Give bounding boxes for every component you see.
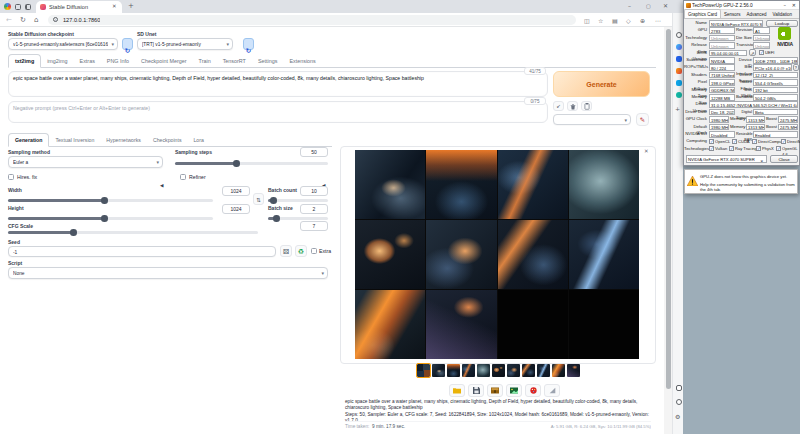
workspaces-icon[interactable] bbox=[15, 4, 21, 10]
site-info-icon[interactable]: i bbox=[53, 17, 58, 22]
hires-expand-icon[interactable] bbox=[160, 173, 163, 191]
browser-menu-icon[interactable]: ⋯ bbox=[655, 17, 661, 24]
subtab-hypernetworks[interactable]: Hypernetworks bbox=[100, 134, 147, 146]
gallery-close-icon[interactable]: ✕ bbox=[644, 148, 649, 154]
tab-settings[interactable]: Settings bbox=[252, 55, 283, 67]
scrollbar-thumb[interactable] bbox=[666, 29, 671, 389]
gallery-tile[interactable] bbox=[498, 150, 568, 219]
tab-extensions[interactable]: Extensions bbox=[283, 55, 321, 67]
gpuz-minimize-icon[interactable]: – bbox=[784, 2, 787, 8]
gpuz-close-button[interactable]: Close bbox=[770, 155, 798, 163]
negative-prompt-input[interactable]: Negative prompt (press Ctrl+Enter or Alt… bbox=[8, 101, 548, 123]
sidebar-drop-icon[interactable] bbox=[676, 92, 682, 98]
seed-extra-checkbox[interactable] bbox=[311, 248, 317, 254]
sampling-steps-input[interactable]: 50 bbox=[300, 147, 328, 157]
split-screen-icon[interactable]: ◫ bbox=[584, 17, 590, 24]
collections-icon[interactable]: ▤ bbox=[612, 17, 618, 24]
gallery-tile[interactable] bbox=[498, 290, 568, 359]
width-input[interactable]: 1024 bbox=[222, 186, 250, 196]
address-bar[interactable]: i 127.0.0.1:7860 bbox=[48, 15, 576, 25]
gallery-thumbnail[interactable] bbox=[492, 364, 505, 377]
tab-close-icon[interactable]: ✕ bbox=[112, 3, 117, 9]
sidebar-panel-icon[interactable] bbox=[676, 385, 682, 391]
home-icon[interactable]: ⌂ bbox=[34, 16, 38, 24]
sidebar-search-icon[interactable] bbox=[676, 32, 682, 38]
tab-checkpoint-merger[interactable]: Checkpoint Merger bbox=[135, 55, 193, 67]
gallery-thumbnail[interactable] bbox=[537, 364, 550, 377]
extensions-icon[interactable]: ◇ bbox=[626, 17, 631, 24]
open-folder-icon[interactable] bbox=[449, 384, 465, 397]
sidebar-shopping-icon[interactable] bbox=[676, 56, 682, 62]
profile-avatar[interactable] bbox=[4, 3, 11, 10]
tab-train[interactable]: Train bbox=[193, 55, 217, 67]
seed-input[interactable]: -1 bbox=[8, 246, 276, 257]
gallery-thumbnail[interactable] bbox=[447, 364, 460, 377]
subtab-generation[interactable]: Generation bbox=[8, 133, 49, 147]
gpuz-close-icon[interactable]: ✕ bbox=[792, 2, 796, 8]
gallery-thumbnail[interactable] bbox=[507, 364, 520, 377]
gallery-tile[interactable] bbox=[426, 150, 496, 219]
tab-png-info[interactable]: PNG Info bbox=[101, 55, 135, 67]
new-tab-button[interactable]: + bbox=[128, 2, 134, 10]
gallery-tile[interactable] bbox=[569, 290, 639, 359]
batch-count-input[interactable]: 10 bbox=[300, 186, 328, 196]
gallery-thumbnail[interactable] bbox=[432, 364, 445, 377]
batch-count-slider[interactable] bbox=[268, 199, 328, 202]
back-icon[interactable]: ← bbox=[6, 16, 12, 24]
reload-icon[interactable]: ↻ bbox=[20, 16, 26, 24]
batch-size-input[interactable]: 2 bbox=[300, 204, 328, 214]
sidebar-outlook-icon[interactable] bbox=[676, 80, 682, 86]
sidebar-copilot-icon[interactable] bbox=[676, 44, 682, 50]
vertical-tabs-icon[interactable] bbox=[25, 4, 31, 10]
save-zip-icon[interactable] bbox=[487, 384, 503, 397]
gallery-tile[interactable] bbox=[569, 150, 639, 219]
send-to-extras-icon[interactable] bbox=[544, 384, 560, 397]
favorites-star-icon[interactable]: ☆ bbox=[598, 17, 603, 24]
refiner-checkbox[interactable] bbox=[180, 174, 186, 180]
height-slider[interactable] bbox=[8, 217, 213, 220]
batch-size-slider[interactable] bbox=[268, 217, 328, 220]
gpuz-tab-sensors[interactable]: Sensors bbox=[721, 10, 744, 18]
gpuz-card-selector[interactable]: NVIDIA GeForce RTX 4070 SUPER bbox=[686, 155, 767, 163]
sidebar-panel2-icon[interactable] bbox=[676, 399, 682, 405]
gallery-thumbnail[interactable] bbox=[417, 364, 430, 377]
gpuz-tab-validation[interactable]: Validation bbox=[770, 10, 795, 18]
swap-dimensions-icon[interactable]: ⇅ bbox=[253, 193, 264, 205]
gz-bus-help-button[interactable]: ? bbox=[793, 64, 799, 71]
browser-essentials-icon[interactable]: ⊕ bbox=[640, 17, 645, 24]
checkpoint-dropdown[interactable]: v1-5-pruned-emaonly.safetensors [6ce0161… bbox=[8, 38, 118, 50]
subtab-lora[interactable]: Lora bbox=[187, 134, 209, 146]
edit-styles-icon[interactable]: ✎ bbox=[636, 113, 649, 126]
tab-txt2img[interactable]: txt2img bbox=[8, 54, 41, 68]
reuse-seed-icon[interactable]: ♻ bbox=[295, 245, 307, 257]
random-seed-dice-icon[interactable]: ⚄ bbox=[280, 245, 292, 257]
apply-styles-icon[interactable] bbox=[581, 101, 592, 111]
tab-tensorrt[interactable]: TensorRT bbox=[217, 55, 252, 67]
gallery-tile[interactable] bbox=[355, 220, 425, 289]
prompt-input[interactable]: epic space battle over a water planet, m… bbox=[8, 71, 548, 97]
gpuz-tab-graphics-card[interactable]: Graphics Card bbox=[684, 9, 721, 18]
window-maximize-button[interactable]: ▢ bbox=[646, 3, 651, 9]
sampling-method-dropdown[interactable]: Euler a bbox=[8, 156, 163, 168]
gallery-tile[interactable] bbox=[355, 290, 425, 359]
gz-bios-export-icon[interactable]: ↗ bbox=[749, 49, 756, 56]
tab-img2img[interactable]: img2img bbox=[41, 55, 73, 67]
paste-params-icon[interactable]: ↙ bbox=[553, 101, 564, 111]
sampling-steps-slider[interactable] bbox=[175, 162, 328, 165]
sidebar-add-icon[interactable]: + bbox=[675, 106, 680, 112]
gpuz-tab-advanced[interactable]: Advanced bbox=[744, 10, 770, 18]
gz-uefi-checkbox[interactable] bbox=[759, 50, 764, 55]
gallery-thumbnail[interactable] bbox=[522, 364, 535, 377]
subtab-checkpoints[interactable]: Checkpoints bbox=[147, 134, 188, 146]
sd-unet-dropdown[interactable]: [TRT] v1-5-pruned-emaonly bbox=[137, 38, 233, 50]
gallery-tile[interactable] bbox=[426, 220, 496, 289]
browser-tab[interactable]: Stable Diffusion ✕ bbox=[36, 1, 122, 13]
refresh-checkpoint-icon[interactable] bbox=[122, 38, 133, 50]
gallery-thumbnail[interactable] bbox=[552, 364, 565, 377]
sidebar-m365-icon[interactable] bbox=[676, 68, 682, 74]
tab-extras[interactable]: Extras bbox=[74, 55, 101, 67]
gallery-tile[interactable] bbox=[355, 150, 425, 219]
send-to-inpaint-icon[interactable] bbox=[525, 384, 541, 397]
script-dropdown[interactable]: None bbox=[8, 267, 328, 279]
gallery-tile[interactable] bbox=[569, 220, 639, 289]
